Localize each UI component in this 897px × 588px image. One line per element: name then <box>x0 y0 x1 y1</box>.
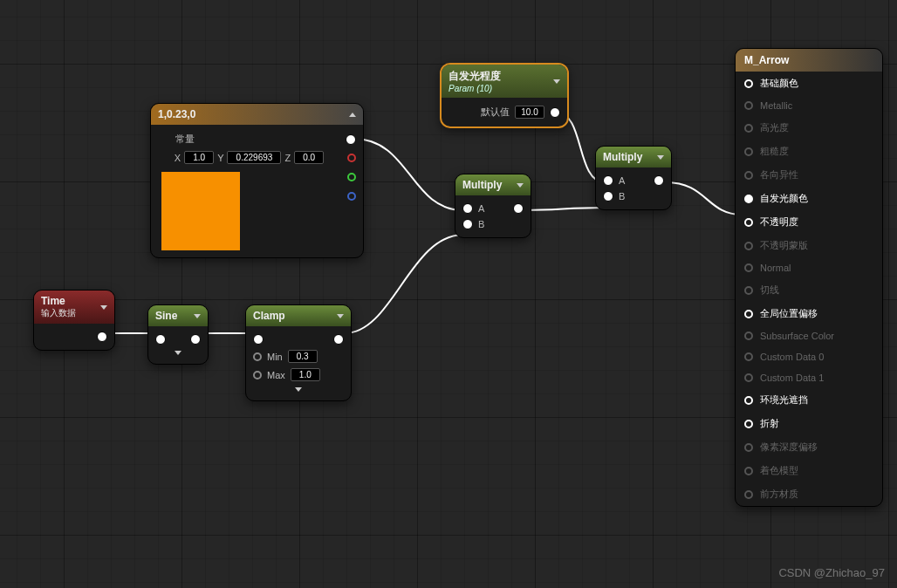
node-header[interactable]: Clamp <box>246 305 351 326</box>
output-pin-Custom Data 1[interactable]: Custom Data 1 <box>736 367 882 388</box>
output-pin-高光度[interactable]: 高光度 <box>736 116 882 140</box>
output-pin-white[interactable]: 常量 <box>158 130 356 148</box>
node-header[interactable]: M_Arrow <box>736 49 882 72</box>
node-title: Multiply <box>603 151 642 163</box>
output-pin-r[interactable] <box>347 154 356 162</box>
max-label: Max <box>267 370 285 380</box>
z-input[interactable] <box>294 151 324 164</box>
node-header[interactable]: Multiply <box>596 147 671 168</box>
node-title: Multiply <box>462 179 502 191</box>
chevron-down-icon[interactable] <box>194 314 201 318</box>
x-input[interactable] <box>184 151 214 164</box>
node-title: 1,0.23,0 <box>158 108 195 120</box>
node-title: Time <box>41 295 76 307</box>
a-label: A <box>478 203 484 214</box>
output-pin-不透明蒙版[interactable]: 不透明蒙版 <box>736 234 882 257</box>
watermark: CSDN @Zhichao_97 <box>778 566 885 579</box>
node-header[interactable]: 1,0.23,0 <box>151 104 363 125</box>
chevron-down-icon[interactable] <box>657 155 664 160</box>
output-pin[interactable] <box>97 332 107 342</box>
node-header[interactable]: 自发光程度 Param (10) <box>442 65 567 98</box>
input-pin-b[interactable] <box>462 219 473 229</box>
max-pin[interactable] <box>253 371 262 379</box>
output-pin-像素深度偏移[interactable]: 像素深度偏移 <box>736 435 882 459</box>
sine-node[interactable]: Sine <box>147 304 209 365</box>
output-pin-粗糙度[interactable]: 粗糙度 <box>736 140 882 163</box>
chevron-down-icon[interactable] <box>517 183 524 188</box>
x-label: X <box>175 153 181 163</box>
output-pin-着色模型[interactable]: 着色模型 <box>736 459 882 482</box>
b-label: B <box>619 191 625 202</box>
node-header[interactable]: Multiply <box>455 174 531 195</box>
output-pin-Normal[interactable]: Normal <box>736 257 882 278</box>
node-title: M_Arrow <box>744 54 789 66</box>
input-pin[interactable] <box>253 334 264 345</box>
node-subtitle: Param (10) <box>448 84 501 93</box>
clamp-node[interactable]: Clamp Min Max <box>245 304 352 401</box>
output-pin-b[interactable] <box>347 192 356 201</box>
output-pin-切线[interactable]: 切线 <box>736 278 882 302</box>
output-pin-前方材质[interactable]: 前方材质 <box>736 482 882 506</box>
default-input[interactable] <box>515 106 544 119</box>
output-pin-Metallic[interactable]: Metallic <box>736 95 882 116</box>
z-label: Z <box>284 153 291 163</box>
material-output-node[interactable]: M_Arrow 基础颜色Metallic高光度粗糙度各向异性自发光颜色不透明度不… <box>735 48 883 507</box>
output-pin[interactable] <box>333 334 344 345</box>
input-pin[interactable] <box>155 334 166 345</box>
input-pin-b[interactable] <box>603 191 613 202</box>
output-pin-g[interactable] <box>347 173 356 181</box>
output-pin[interactable] <box>190 334 201 345</box>
min-label: Min <box>267 352 283 362</box>
output-pin-环境光遮挡[interactable]: 环境光遮挡 <box>736 388 882 412</box>
output-pin-折射[interactable]: 折射 <box>736 412 882 435</box>
node-title: Sine <box>155 310 177 322</box>
default-label: 默认值 <box>481 106 510 119</box>
min-input[interactable] <box>288 350 318 363</box>
node-title: 自发光程度 <box>448 69 501 84</box>
section-label: 常量 <box>158 133 195 146</box>
output-pin-自发光颜色[interactable]: 自发光颜色 <box>736 187 882 210</box>
node-title: Clamp <box>253 310 285 322</box>
node-subtitle: 输入数据 <box>41 307 76 319</box>
output-pin-Custom Data 0[interactable]: Custom Data 0 <box>736 346 882 367</box>
output-pin[interactable] <box>513 203 524 214</box>
max-input[interactable] <box>291 368 320 381</box>
chevron-up-icon[interactable] <box>349 113 356 117</box>
output-pin-各向异性[interactable]: 各向异性 <box>736 163 882 187</box>
input-pin-a[interactable] <box>603 175 613 186</box>
output-pin-Subsurface Color[interactable]: Subsurface Color <box>736 325 882 346</box>
input-pin-a[interactable] <box>462 203 473 214</box>
chevron-down-icon[interactable] <box>175 351 181 355</box>
a-label: A <box>619 175 625 186</box>
time-node[interactable]: Time 输入数据 <box>33 290 115 351</box>
scalar-param-node[interactable]: 自发光程度 Param (10) 默认值 <box>440 63 569 128</box>
constant-vector-node[interactable]: 1,0.23,0 常量 X Y Z <box>150 103 364 258</box>
multiply-node-2[interactable]: Multiply A B <box>595 146 672 210</box>
y-label: Y <box>217 153 223 163</box>
chevron-down-icon[interactable] <box>337 314 344 318</box>
chevron-down-icon[interactable] <box>100 305 107 310</box>
output-pin-全局位置偏移[interactable]: 全局位置偏移 <box>736 302 882 325</box>
output-pin-基础颜色[interactable]: 基础颜色 <box>736 72 882 95</box>
y-input[interactable] <box>227 151 281 164</box>
b-label: B <box>478 219 484 229</box>
output-pin[interactable] <box>654 175 664 186</box>
output-pin[interactable] <box>550 107 560 118</box>
min-pin[interactable] <box>253 352 262 361</box>
chevron-down-icon[interactable] <box>295 387 302 392</box>
output-pin-不透明度[interactable]: 不透明度 <box>736 210 882 234</box>
node-header[interactable]: Time 输入数据 <box>34 291 114 324</box>
chevron-down-icon[interactable] <box>553 79 560 84</box>
node-header[interactable]: Sine <box>148 305 208 326</box>
color-swatch[interactable] <box>161 172 240 250</box>
multiply-node-1[interactable]: Multiply A B <box>455 174 531 238</box>
